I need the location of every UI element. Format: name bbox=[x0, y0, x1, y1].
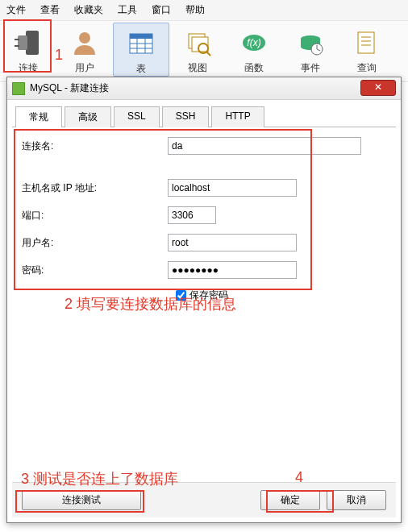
view-icon bbox=[169, 26, 226, 60]
svg-rect-0 bbox=[26, 31, 39, 55]
label-password: 密码: bbox=[19, 264, 168, 277]
table-icon bbox=[114, 27, 169, 60]
ribbon-table[interactable]: 表 bbox=[113, 23, 169, 77]
menu-tools[interactable]: 工具 bbox=[118, 3, 137, 17]
ribbon-event[interactable]: 事件 bbox=[282, 23, 339, 77]
annotation-label-4: 4 bbox=[295, 469, 303, 486]
tab-ssl[interactable]: SSL bbox=[114, 106, 160, 127]
ribbon-query-label: 查询 bbox=[339, 61, 395, 75]
annotation-label-2: 2 填写要连接数据库的信息 bbox=[65, 294, 236, 314]
ok-button[interactable]: 确定 bbox=[260, 490, 320, 510]
input-port[interactable] bbox=[168, 206, 216, 224]
annotation-label-1: 1 bbox=[55, 47, 63, 64]
annotation-label-3: 3 测试是否连上了数据库 bbox=[21, 469, 178, 488]
menu-bar: 文件 查看 收藏夹 工具 窗口 帮助 bbox=[0, 0, 408, 21]
svg-rect-21 bbox=[358, 32, 374, 53]
menu-favorites[interactable]: 收藏夹 bbox=[74, 3, 103, 17]
ribbon-function[interactable]: f(x) 函数 bbox=[226, 23, 282, 77]
app-icon bbox=[12, 82, 25, 95]
svg-rect-6 bbox=[130, 34, 152, 39]
svg-rect-2 bbox=[15, 39, 19, 40]
tab-advanced[interactable]: 高级 bbox=[65, 106, 111, 127]
menu-file[interactable]: 文件 bbox=[6, 3, 26, 17]
ribbon-user-label: 用户 bbox=[56, 61, 113, 75]
tab-general[interactable]: 常规 bbox=[15, 106, 62, 127]
plug-icon bbox=[0, 26, 56, 60]
dialog-close-button[interactable]: ✕ bbox=[360, 80, 396, 96]
ribbon-connect[interactable]: 连接 bbox=[0, 23, 56, 77]
svg-text:f(x): f(x) bbox=[247, 37, 260, 48]
menu-window[interactable]: 窗口 bbox=[152, 3, 171, 17]
event-icon bbox=[282, 26, 339, 60]
function-icon: f(x) bbox=[226, 26, 282, 60]
label-user: 用户名: bbox=[19, 236, 168, 250]
ribbon-view[interactable]: 视图 bbox=[169, 23, 226, 77]
input-connection-name[interactable] bbox=[168, 137, 361, 155]
dialog-tabs: 常规 高级 SSL SSH HTTP bbox=[15, 106, 396, 127]
form-area: 连接名: 主机名或 IP 地址: 端口: 用户名: 密码: bbox=[12, 127, 396, 434]
dialog-titlebar[interactable]: MySQL - 新建连接 ✕ bbox=[7, 77, 401, 100]
svg-line-14 bbox=[206, 52, 210, 56]
ribbon-table-label: 表 bbox=[114, 62, 169, 76]
tab-http[interactable]: HTTP bbox=[211, 106, 264, 127]
label-host: 主机名或 IP 地址: bbox=[19, 181, 168, 195]
menu-view[interactable]: 查看 bbox=[40, 3, 60, 17]
svg-point-4 bbox=[79, 32, 90, 44]
label-connection-name: 连接名: bbox=[19, 139, 168, 153]
dialog-title: MySQL - 新建连接 bbox=[30, 81, 109, 95]
input-password[interactable] bbox=[168, 261, 297, 279]
ribbon-user[interactable]: 用户 bbox=[56, 23, 113, 77]
ribbon-event-label: 事件 bbox=[282, 61, 339, 75]
input-user[interactable] bbox=[168, 234, 297, 251]
query-icon bbox=[339, 26, 395, 60]
svg-rect-3 bbox=[15, 45, 19, 47]
input-host[interactable] bbox=[168, 179, 297, 197]
menu-help[interactable]: 帮助 bbox=[185, 3, 205, 17]
cancel-button[interactable]: 取消 bbox=[327, 490, 386, 510]
label-port: 端口: bbox=[19, 209, 168, 222]
test-connection-button[interactable]: 连接测试 bbox=[22, 490, 141, 510]
ribbon-connect-label: 连接 bbox=[0, 61, 56, 75]
tab-ssh[interactable]: SSH bbox=[162, 106, 210, 127]
svg-rect-1 bbox=[18, 35, 27, 50]
user-icon bbox=[56, 26, 113, 60]
ribbon-query[interactable]: 查询 bbox=[339, 23, 395, 77]
ribbon-view-label: 视图 bbox=[169, 61, 226, 75]
ribbon-function-label: 函数 bbox=[226, 61, 282, 75]
